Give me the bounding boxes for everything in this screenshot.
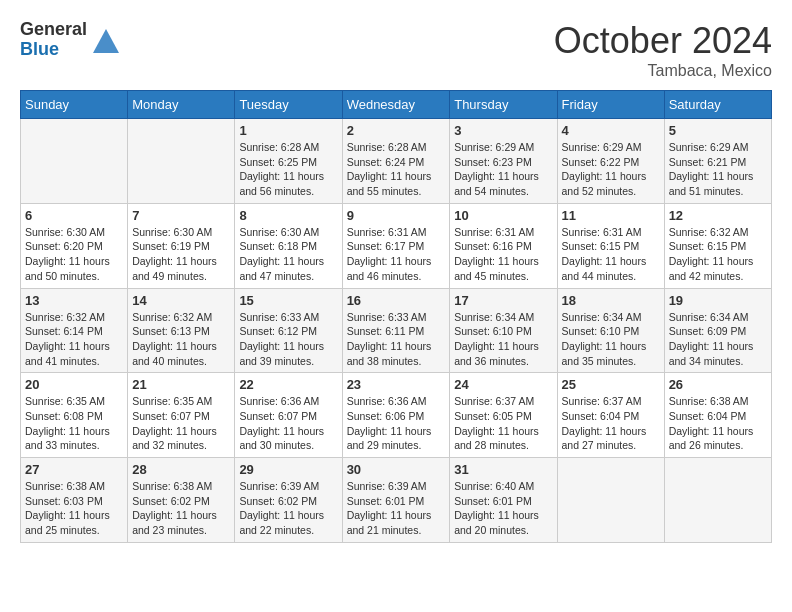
calendar-cell: 14Sunrise: 6:32 AMSunset: 6:13 PMDayligh… [128,288,235,373]
calendar-cell: 26Sunrise: 6:38 AMSunset: 6:04 PMDayligh… [664,373,771,458]
day-number: 9 [347,208,446,223]
calendar-cell [21,119,128,204]
week-row-1: 1Sunrise: 6:28 AMSunset: 6:25 PMDaylight… [21,119,772,204]
calendar-cell: 7Sunrise: 6:30 AMSunset: 6:19 PMDaylight… [128,203,235,288]
day-number: 17 [454,293,552,308]
calendar-cell: 12Sunrise: 6:32 AMSunset: 6:15 PMDayligh… [664,203,771,288]
calendar-cell: 1Sunrise: 6:28 AMSunset: 6:25 PMDaylight… [235,119,342,204]
calendar-cell: 25Sunrise: 6:37 AMSunset: 6:04 PMDayligh… [557,373,664,458]
day-detail: Sunrise: 6:32 AMSunset: 6:14 PMDaylight:… [25,310,123,369]
week-row-4: 20Sunrise: 6:35 AMSunset: 6:08 PMDayligh… [21,373,772,458]
day-number: 6 [25,208,123,223]
day-detail: Sunrise: 6:34 AMSunset: 6:10 PMDaylight:… [562,310,660,369]
calendar-cell: 8Sunrise: 6:30 AMSunset: 6:18 PMDaylight… [235,203,342,288]
day-detail: Sunrise: 6:36 AMSunset: 6:06 PMDaylight:… [347,394,446,453]
calendar-table: SundayMondayTuesdayWednesdayThursdayFrid… [20,90,772,543]
calendar-cell: 22Sunrise: 6:36 AMSunset: 6:07 PMDayligh… [235,373,342,458]
day-number: 10 [454,208,552,223]
day-number: 30 [347,462,446,477]
day-detail: Sunrise: 6:32 AMSunset: 6:15 PMDaylight:… [669,225,767,284]
month-title: October 2024 [554,20,772,62]
day-detail: Sunrise: 6:29 AMSunset: 6:22 PMDaylight:… [562,140,660,199]
day-number: 11 [562,208,660,223]
day-number: 22 [239,377,337,392]
day-detail: Sunrise: 6:32 AMSunset: 6:13 PMDaylight:… [132,310,230,369]
header-day-monday: Monday [128,91,235,119]
day-number: 24 [454,377,552,392]
calendar-cell: 30Sunrise: 6:39 AMSunset: 6:01 PMDayligh… [342,458,450,543]
day-detail: Sunrise: 6:34 AMSunset: 6:10 PMDaylight:… [454,310,552,369]
day-detail: Sunrise: 6:30 AMSunset: 6:20 PMDaylight:… [25,225,123,284]
header-day-thursday: Thursday [450,91,557,119]
day-number: 23 [347,377,446,392]
day-detail: Sunrise: 6:31 AMSunset: 6:17 PMDaylight:… [347,225,446,284]
day-detail: Sunrise: 6:40 AMSunset: 6:01 PMDaylight:… [454,479,552,538]
day-number: 29 [239,462,337,477]
calendar-cell: 23Sunrise: 6:36 AMSunset: 6:06 PMDayligh… [342,373,450,458]
day-detail: Sunrise: 6:38 AMSunset: 6:04 PMDaylight:… [669,394,767,453]
calendar-cell: 17Sunrise: 6:34 AMSunset: 6:10 PMDayligh… [450,288,557,373]
calendar-cell: 13Sunrise: 6:32 AMSunset: 6:14 PMDayligh… [21,288,128,373]
calendar-cell: 31Sunrise: 6:40 AMSunset: 6:01 PMDayligh… [450,458,557,543]
day-number: 27 [25,462,123,477]
day-number: 3 [454,123,552,138]
logo-general-text: General [20,20,87,40]
calendar-cell: 19Sunrise: 6:34 AMSunset: 6:09 PMDayligh… [664,288,771,373]
day-number: 2 [347,123,446,138]
day-number: 20 [25,377,123,392]
day-number: 15 [239,293,337,308]
day-detail: Sunrise: 6:31 AMSunset: 6:15 PMDaylight:… [562,225,660,284]
header-day-friday: Friday [557,91,664,119]
week-row-5: 27Sunrise: 6:38 AMSunset: 6:03 PMDayligh… [21,458,772,543]
calendar-cell: 21Sunrise: 6:35 AMSunset: 6:07 PMDayligh… [128,373,235,458]
day-detail: Sunrise: 6:29 AMSunset: 6:23 PMDaylight:… [454,140,552,199]
day-number: 8 [239,208,337,223]
day-detail: Sunrise: 6:38 AMSunset: 6:02 PMDaylight:… [132,479,230,538]
calendar-cell: 18Sunrise: 6:34 AMSunset: 6:10 PMDayligh… [557,288,664,373]
day-detail: Sunrise: 6:33 AMSunset: 6:11 PMDaylight:… [347,310,446,369]
day-number: 4 [562,123,660,138]
day-number: 1 [239,123,337,138]
day-detail: Sunrise: 6:39 AMSunset: 6:02 PMDaylight:… [239,479,337,538]
day-detail: Sunrise: 6:34 AMSunset: 6:09 PMDaylight:… [669,310,767,369]
day-number: 21 [132,377,230,392]
day-number: 28 [132,462,230,477]
day-detail: Sunrise: 6:36 AMSunset: 6:07 PMDaylight:… [239,394,337,453]
day-detail: Sunrise: 6:38 AMSunset: 6:03 PMDaylight:… [25,479,123,538]
day-number: 19 [669,293,767,308]
calendar-cell: 24Sunrise: 6:37 AMSunset: 6:05 PMDayligh… [450,373,557,458]
logo: General Blue [20,20,121,60]
day-detail: Sunrise: 6:31 AMSunset: 6:16 PMDaylight:… [454,225,552,284]
day-detail: Sunrise: 6:30 AMSunset: 6:18 PMDaylight:… [239,225,337,284]
day-number: 12 [669,208,767,223]
day-detail: Sunrise: 6:29 AMSunset: 6:21 PMDaylight:… [669,140,767,199]
header-day-wednesday: Wednesday [342,91,450,119]
week-row-2: 6Sunrise: 6:30 AMSunset: 6:20 PMDaylight… [21,203,772,288]
calendar-cell: 10Sunrise: 6:31 AMSunset: 6:16 PMDayligh… [450,203,557,288]
calendar-cell: 6Sunrise: 6:30 AMSunset: 6:20 PMDaylight… [21,203,128,288]
header-day-tuesday: Tuesday [235,91,342,119]
page-header: General Blue October 2024 Tambaca, Mexic… [20,20,772,80]
calendar-cell: 4Sunrise: 6:29 AMSunset: 6:22 PMDaylight… [557,119,664,204]
calendar-cell: 20Sunrise: 6:35 AMSunset: 6:08 PMDayligh… [21,373,128,458]
header-day-saturday: Saturday [664,91,771,119]
header-row: SundayMondayTuesdayWednesdayThursdayFrid… [21,91,772,119]
title-section: October 2024 Tambaca, Mexico [554,20,772,80]
calendar-cell: 29Sunrise: 6:39 AMSunset: 6:02 PMDayligh… [235,458,342,543]
day-number: 13 [25,293,123,308]
day-number: 31 [454,462,552,477]
calendar-cell: 11Sunrise: 6:31 AMSunset: 6:15 PMDayligh… [557,203,664,288]
calendar-cell: 28Sunrise: 6:38 AMSunset: 6:02 PMDayligh… [128,458,235,543]
header-day-sunday: Sunday [21,91,128,119]
calendar-header: SundayMondayTuesdayWednesdayThursdayFrid… [21,91,772,119]
day-detail: Sunrise: 6:35 AMSunset: 6:08 PMDaylight:… [25,394,123,453]
day-detail: Sunrise: 6:35 AMSunset: 6:07 PMDaylight:… [132,394,230,453]
calendar-cell: 2Sunrise: 6:28 AMSunset: 6:24 PMDaylight… [342,119,450,204]
calendar-cell: 5Sunrise: 6:29 AMSunset: 6:21 PMDaylight… [664,119,771,204]
day-detail: Sunrise: 6:37 AMSunset: 6:05 PMDaylight:… [454,394,552,453]
day-detail: Sunrise: 6:30 AMSunset: 6:19 PMDaylight:… [132,225,230,284]
day-number: 25 [562,377,660,392]
calendar-cell: 15Sunrise: 6:33 AMSunset: 6:12 PMDayligh… [235,288,342,373]
day-detail: Sunrise: 6:33 AMSunset: 6:12 PMDaylight:… [239,310,337,369]
day-detail: Sunrise: 6:28 AMSunset: 6:25 PMDaylight:… [239,140,337,199]
